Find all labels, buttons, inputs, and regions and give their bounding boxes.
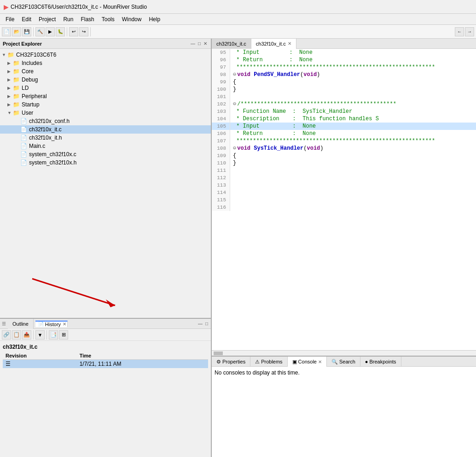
tab-console[interactable]: ▣ Console ✕	[288, 357, 327, 367]
hist-sep1	[33, 330, 34, 340]
menu-run[interactable]: Run	[59, 15, 77, 23]
tab-search-label: Search	[339, 359, 355, 364]
tab-search[interactable]: 🔍 Search	[327, 357, 360, 367]
minimize-btn[interactable]: —	[190, 41, 196, 46]
maximize-btn[interactable]: □	[197, 41, 202, 46]
menu-project[interactable]: Project	[35, 15, 59, 23]
tree-user[interactable]: ▼ 📁 User	[0, 109, 211, 117]
tb-run[interactable]: ▶	[46, 27, 55, 36]
code-line-105: 105 * Input : None	[212, 123, 476, 130]
tb-forward[interactable]: →	[465, 27, 474, 36]
tb-redo[interactable]: ↪	[79, 27, 88, 36]
tab-outline[interactable]: Outline	[8, 319, 34, 329]
tree-root[interactable]: ▼ 📁 CH32F103C6T6	[0, 51, 211, 59]
hist-tb-5[interactable]: 📑	[49, 330, 58, 340]
outline-tab-icon: ☰	[2, 321, 6, 326]
hist-sep2	[46, 330, 47, 340]
hist-tb-6[interactable]: ⊞	[59, 330, 68, 340]
tb-back[interactable]: ←	[455, 27, 464, 36]
menu-help[interactable]: Help	[145, 15, 164, 23]
core-arrow: ▶	[7, 69, 13, 74]
editor-tab-1-label: ch32f10x_it.c	[216, 41, 246, 47]
code-line-106: 106 * Return : None	[212, 130, 476, 137]
code-line-114: 114	[212, 189, 476, 196]
peripheral-icon: 📁	[13, 93, 20, 100]
tree-system-c[interactable]: ▶ 📄 system_ch32f10x.c	[0, 150, 211, 158]
code-line-108: 108 ⊖void SysTick_Handler(void)	[212, 145, 476, 152]
history-minimize[interactable]: —	[197, 321, 203, 326]
title-text: CH32F103C6T6/User/ch32f10x_it.c - MounRi…	[11, 4, 147, 10]
core-label: Core	[22, 68, 34, 75]
tree-debug[interactable]: ▶ 📁 Debug	[0, 76, 211, 84]
app-icon: ▶	[4, 3, 9, 11]
tree-system-h[interactable]: ▶ 📄 system_ch32f10x.h	[0, 158, 211, 167]
title-bar: ▶ CH32F103C6T6/User/ch32f10x_it.c - Moun…	[0, 0, 476, 14]
system-h-label: system_ch32f10x.h	[29, 159, 76, 166]
includes-arrow: ▶	[7, 61, 13, 65]
close-btn[interactable]: ✕	[203, 41, 208, 46]
code-line-109: 109 {	[212, 152, 476, 159]
history-maximize[interactable]: □	[204, 321, 209, 326]
tree-it-c[interactable]: ▶ 📄 ch32f10x_it.c	[0, 125, 211, 134]
code-line-95: 95 * Input : None	[212, 49, 476, 56]
tb-undo[interactable]: ↩	[69, 27, 78, 36]
tree-ld[interactable]: ▶ 📁 LD	[0, 84, 211, 92]
editor-tabs: ch32f10x_it.c ch32f10x_it.c ✕	[212, 39, 476, 49]
project-icon: 📁	[7, 52, 15, 58]
menu-tools[interactable]: Tools	[98, 15, 118, 23]
history-table: Revision Time ☰ 1/7/21, 11:11 AM	[3, 352, 208, 368]
system-c-label: system_ch32f10x.c	[29, 151, 76, 158]
project-tree: ▼ 📁 CH32F103C6T6 ▶ 📁 Includes ▶ 📁 Core	[0, 49, 211, 318]
tb-debug[interactable]: 🐛	[56, 27, 65, 36]
tab-history-close[interactable]: ✕	[63, 322, 66, 327]
history-row[interactable]: ☰ 1/7/21, 11:11 AM	[3, 360, 208, 369]
tab-console-close[interactable]: ✕	[318, 359, 322, 364]
debug-label: Debug	[22, 76, 38, 83]
bottom-left-tabs: ☰ Outline 📄 History ✕ — □	[0, 319, 211, 329]
hist-tb-4[interactable]: ▼	[35, 330, 45, 340]
tab-breakpoints-label: Breakpoints	[369, 359, 396, 364]
menu-edit[interactable]: Edit	[18, 15, 35, 23]
tree-core[interactable]: ▶ 📁 Core	[0, 67, 211, 76]
user-label: User	[22, 110, 33, 116]
code-line-113: 113	[212, 182, 476, 189]
tree-includes[interactable]: ▶ 📁 Includes	[0, 59, 211, 67]
menu-file[interactable]: File	[2, 15, 18, 23]
tree-peripheral[interactable]: ▶ 📁 Peripheral	[0, 92, 211, 100]
hist-tb-3[interactable]: 📤	[22, 330, 31, 340]
menu-window[interactable]: Window	[118, 15, 145, 23]
menu-flash[interactable]: Flash	[77, 15, 98, 23]
tb-build[interactable]: 🔨	[35, 27, 45, 36]
editor-tab-2-label: ch32f10x_it.c	[256, 41, 286, 47]
toolbar: 📄 📂 💾 🔨 ▶ 🐛 ↩ ↪ ← →	[0, 25, 476, 39]
code-line-98: 98 ⊖void PendSV_Handler(void)	[212, 71, 476, 78]
editor-tab-2-close[interactable]: ✕	[288, 41, 291, 46]
tab-breakpoints[interactable]: ● Breakpoints	[360, 357, 401, 367]
code-editor[interactable]: 95 * Input : None 96 * Return : None 97 …	[212, 49, 476, 350]
right-panel: ch32f10x_it.c ch32f10x_it.c ✕ 95 * Input…	[212, 39, 476, 457]
tree-main-c[interactable]: ▶ 📄 Main.c	[0, 142, 211, 150]
search-icon: 🔍	[331, 359, 338, 365]
tb-save[interactable]: 💾	[22, 27, 31, 36]
hist-tb-1[interactable]: 🔗	[2, 330, 11, 340]
peripheral-label: Peripheral	[22, 93, 47, 100]
tree-startup[interactable]: ▶ 📁 Startup	[0, 100, 211, 109]
scroll-thumb[interactable]	[214, 352, 223, 355]
horizontal-scrollbar[interactable]	[212, 350, 476, 356]
editor-tab-1[interactable]: ch32f10x_it.c	[212, 39, 251, 49]
tab-properties[interactable]: ⚙ Properties	[212, 357, 250, 367]
history-revision: ☰	[3, 360, 77, 369]
bottom-left-panel: ☰ Outline 📄 History ✕ — □ 🔗	[0, 319, 211, 457]
code-line-103: 103 * Function Name : SysTick_Handler	[212, 108, 476, 115]
project-explorer-title: Project Explorer	[3, 41, 42, 47]
editor-tab-2[interactable]: ch32f10x_it.c ✕	[251, 39, 296, 49]
history-content: ch32f10x_it.c Revision Time ☰ 1/7/21, 11…	[0, 341, 211, 371]
tb-new[interactable]: 📄	[2, 27, 11, 36]
tb-open[interactable]: 📂	[12, 27, 21, 36]
tab-problems[interactable]: ⚠ Problems	[250, 357, 287, 367]
tree-it-h[interactable]: ▶ 📄 ch32f10x_it.h	[0, 134, 211, 142]
hist-tb-2[interactable]: 📋	[12, 330, 21, 340]
project-explorer-header: Project Explorer — □ ✕	[0, 39, 211, 49]
tree-conf-h[interactable]: ▶ 📄 ch32f10x_conf.h	[0, 117, 211, 125]
it-h-label: ch32f10x_it.h	[29, 135, 62, 141]
